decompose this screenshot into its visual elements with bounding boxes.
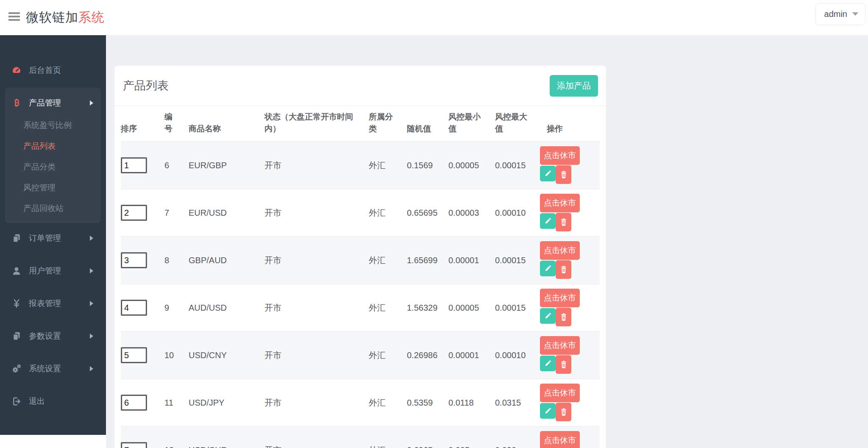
trash-icon [559, 217, 568, 227]
market-rest-button[interactable]: 点击休市 [540, 289, 580, 307]
trash-icon [559, 407, 568, 417]
sidebar-item-parameter-settings[interactable]: 参数设置 [0, 321, 106, 351]
user-icon [11, 266, 22, 276]
risk-min-cell: 0.00001 [448, 237, 495, 284]
sidebar-item-product-management[interactable]: 产品管理 [5, 91, 101, 115]
table-header: 排序 编 号 商品名称 状态（大盘正常开市时间 内） 所属分 类 随机值 风控最… [121, 106, 600, 142]
user-menu[interactable]: admin [815, 3, 865, 25]
actions-cell: 点击休市 [540, 331, 600, 379]
category-cell: 外汇 [369, 331, 407, 379]
gears-icon [11, 364, 22, 374]
sort-input[interactable] [121, 157, 147, 173]
sidebar-item-label: 产品管理 [29, 97, 61, 109]
actions-cell: 点击休市 [540, 284, 600, 331]
chevron-right-icon [90, 366, 93, 371]
sidebar-subitem-profit-ratio[interactable]: 系统盈亏比例 [5, 115, 101, 136]
table-row: 11USD/JPY开市外汇0.53590.01180.0315点击休市 [121, 379, 600, 426]
id-cell: 10 [164, 331, 189, 379]
edit-button[interactable] [540, 213, 556, 229]
delete-button[interactable] [556, 165, 571, 184]
edit-button[interactable] [540, 261, 556, 276]
sort-input[interactable] [121, 205, 147, 221]
chevron-down-icon [852, 12, 858, 16]
table-row: 10USD/CNY开市外汇0.269860.000010.00010点击休市 [121, 331, 600, 379]
col-id: 编 号 [164, 106, 189, 142]
pencil-icon [544, 407, 552, 415]
edit-button[interactable] [540, 403, 556, 419]
sort-cell [121, 284, 164, 331]
market-rest-button[interactable]: 点击休市 [540, 241, 580, 260]
sidebar: 后台首页 产品管理 系统盈亏比例 产品列表 产品分类 风控管理 产品回收站 订单… [0, 35, 106, 435]
sort-input[interactable] [121, 395, 147, 411]
risk-max-cell: 0.00010 [495, 331, 540, 379]
table-row: 6EUR/GBP开市外汇0.15690.000050.00015点击休市 [121, 142, 600, 189]
status-cell: 开市 [264, 142, 369, 189]
name-cell: USD/CNY [189, 331, 264, 379]
sidebar-subitem-risk-management[interactable]: 风控管理 [5, 177, 101, 198]
trash-icon [559, 359, 568, 370]
chevron-right-icon [90, 301, 93, 306]
sidebar-subitem-product-category[interactable]: 产品分类 [5, 156, 101, 177]
sidebar-item-label: 系统设置 [29, 363, 61, 374]
id-cell: 6 [164, 142, 189, 189]
edit-button[interactable] [540, 308, 556, 324]
sort-input[interactable] [121, 300, 147, 316]
risk-min-cell: 0.0118 [448, 379, 495, 426]
sidebar-item-logout[interactable]: 退出 [0, 386, 106, 417]
name-cell: USD/CHF [189, 426, 264, 448]
main-content: 产品列表 添加产品 排序 编 号 商品名称 状态（大盘正常开市时间 内） 所属分… [106, 35, 868, 448]
sort-cell [121, 379, 164, 426]
trash-icon [559, 264, 568, 275]
sidebar-item-label: 退出 [29, 396, 45, 407]
sort-input[interactable] [121, 442, 147, 448]
col-category: 所属分 类 [369, 106, 407, 142]
delete-button[interactable] [556, 260, 571, 279]
hamburger-menu-icon[interactable] [8, 12, 20, 22]
random-cell: 1.56329 [407, 284, 448, 331]
sidebar-subitem-product-list[interactable]: 产品列表 [5, 136, 101, 156]
status-cell: 开市 [264, 237, 369, 284]
market-rest-button[interactable]: 点击休市 [540, 146, 580, 165]
pencil-icon [544, 264, 552, 273]
sidebar-item-system-settings[interactable]: 系统设置 [0, 353, 106, 384]
table-row: 7EUR/USD开市外汇0.656950.000030.00010点击休市 [121, 189, 600, 237]
name-cell: USD/JPY [189, 379, 264, 426]
delete-button[interactable] [556, 355, 571, 374]
delete-button[interactable] [556, 403, 571, 421]
app-logo: 微软链加系统 [26, 9, 105, 26]
market-rest-button[interactable]: 点击休市 [540, 384, 580, 402]
table-row: 8GBP/AUD开市外汇1.656990.000010.00015点击休市 [121, 237, 600, 284]
top-bar: 微软链加系统 admin [0, 0, 868, 35]
name-cell: EUR/GBP [189, 142, 264, 189]
risk-min-cell: 0.005 [448, 426, 495, 448]
sidebar-item-user-management[interactable]: 用户管理 [0, 256, 106, 286]
name-cell: GBP/AUD [189, 237, 264, 284]
col-sort: 排序 [121, 106, 164, 142]
edit-button[interactable] [540, 356, 556, 371]
risk-min-cell: 0.00003 [448, 189, 495, 237]
sort-cell [121, 426, 164, 448]
pencil-icon [544, 312, 552, 320]
market-rest-button[interactable]: 点击休市 [540, 431, 580, 448]
actions-cell: 点击休市 [540, 237, 600, 284]
random-cell: 0.65695 [407, 189, 448, 237]
sidebar-subitem-product-recycle[interactable]: 产品回收站 [5, 198, 101, 219]
sidebar-item-report-management[interactable]: 报表管理 [0, 288, 106, 319]
edit-button[interactable] [540, 166, 556, 181]
sidebar-item-label: 后台首页 [29, 65, 61, 76]
brand-text: 微软链加 [26, 10, 78, 24]
add-product-button[interactable]: 添加产品 [550, 75, 598, 97]
delete-button[interactable] [556, 213, 571, 231]
risk-min-cell: 0.00005 [448, 142, 495, 189]
sidebar-item-dashboard[interactable]: 后台首页 [0, 58, 106, 82]
sort-input[interactable] [121, 252, 147, 268]
delete-button[interactable] [556, 308, 571, 326]
actions-cell: 点击休市 [540, 426, 600, 448]
sort-input[interactable] [121, 347, 147, 363]
trash-icon [559, 170, 568, 180]
sidebar-item-order-management[interactable]: 订单管理 [0, 223, 106, 253]
yen-icon [11, 298, 22, 309]
category-cell: 外汇 [369, 284, 407, 331]
market-rest-button[interactable]: 点击休市 [540, 336, 580, 355]
market-rest-button[interactable]: 点击休市 [540, 194, 580, 212]
